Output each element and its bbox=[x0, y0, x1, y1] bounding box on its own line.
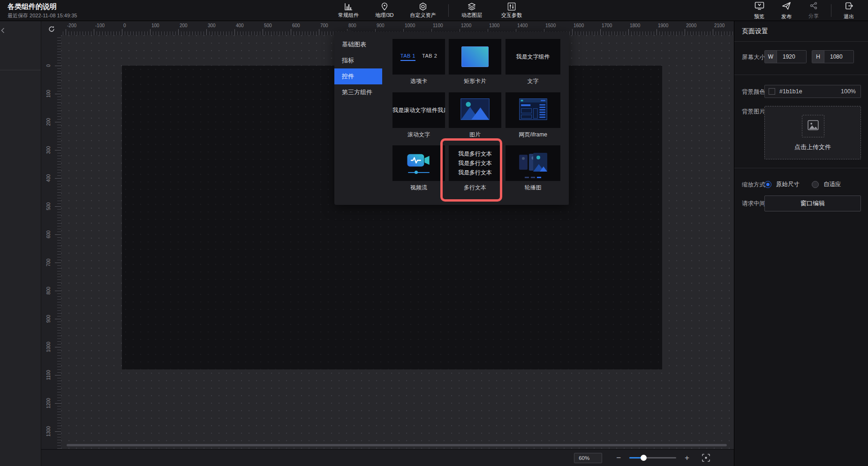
tool-label: 动态图层 bbox=[461, 12, 482, 19]
h-ruler-label: 1500 bbox=[545, 23, 556, 28]
category-third-party[interactable]: 第三方组件 bbox=[334, 84, 382, 100]
component-tile-tabs[interactable]: TAB 1 TAB 2 bbox=[392, 39, 445, 75]
v-ruler-label: 500 bbox=[46, 198, 52, 215]
radio-original-size[interactable] bbox=[764, 181, 771, 188]
tool-standard-components[interactable]: 常规组件 bbox=[329, 0, 368, 21]
category-indicators[interactable]: 指标 bbox=[334, 53, 382, 68]
height-field[interactable]: H 1080 bbox=[812, 50, 854, 63]
v-ruler-label: 1000 bbox=[46, 338, 52, 355]
v-ruler-label: 800 bbox=[46, 282, 52, 299]
rect-card-preview bbox=[461, 46, 489, 67]
bg-color-picker[interactable]: #1b1b1e 100% bbox=[764, 85, 861, 98]
v-ruler-major-ticks bbox=[55, 66, 61, 449]
h-ruler-label: 100 bbox=[151, 23, 159, 28]
zoom-slider-knob[interactable] bbox=[641, 455, 647, 461]
bg-image-label: 背景图片 bbox=[742, 108, 765, 116]
h-ruler-label: 1800 bbox=[630, 23, 640, 28]
preview-icon bbox=[755, 1, 764, 12]
action-exit[interactable]: 退出 bbox=[835, 0, 862, 21]
tile-label-scroll-text: 滚动文字 bbox=[392, 131, 445, 139]
zoom-out-button[interactable]: − bbox=[614, 454, 623, 462]
width-field[interactable]: W 1920 bbox=[764, 50, 807, 63]
height-prefix: H bbox=[812, 51, 824, 63]
radio-original-size-label[interactable]: 原始尺寸 bbox=[776, 180, 800, 188]
tool-label: 常规组件 bbox=[338, 12, 359, 19]
panel-collapse-icon[interactable] bbox=[1, 27, 5, 35]
fit-to-screen-button[interactable] bbox=[702, 453, 710, 462]
settings-title: 页面设置 bbox=[742, 27, 768, 36]
zoom-in-button[interactable]: + bbox=[683, 454, 691, 462]
h-ruler-label: 700 bbox=[320, 23, 328, 28]
component-tile-carousel[interactable] bbox=[506, 145, 560, 181]
hexagon-icon bbox=[419, 2, 427, 11]
project-title: 各类组件的说明 bbox=[8, 2, 57, 11]
tool-interaction-params[interactable]: 交互参数 bbox=[491, 0, 532, 21]
bg-color-opacity[interactable]: 100% bbox=[841, 88, 856, 95]
component-tile-iframe[interactable] bbox=[506, 92, 560, 128]
layers-icon bbox=[468, 2, 476, 11]
h-ruler-label: 800 bbox=[348, 23, 356, 28]
zoom-level-input[interactable]: 60% bbox=[574, 453, 602, 463]
canvas-h-scrollbar[interactable] bbox=[67, 444, 727, 446]
carousel-icon bbox=[519, 153, 547, 173]
bg-image-upload[interactable]: 点击上传文件 bbox=[764, 106, 861, 159]
upload-image-frame bbox=[802, 115, 824, 137]
category-basic-charts[interactable]: 基础图表 bbox=[334, 37, 382, 53]
upload-text: 点击上传文件 bbox=[765, 143, 860, 151]
component-tile-text[interactable]: 我是文字组件 bbox=[506, 39, 560, 75]
window-edit-button[interactable]: 窗口编辑 bbox=[764, 195, 861, 211]
map-pin-icon bbox=[380, 2, 389, 11]
h-ruler-label: 400 bbox=[236, 23, 244, 28]
h-ruler-label: 300 bbox=[208, 23, 216, 28]
h-ruler-label: 1400 bbox=[517, 23, 528, 28]
tool-label: 地理/3D bbox=[375, 12, 393, 19]
tool-custom-assets[interactable]: 自定义资产 bbox=[401, 0, 445, 21]
tab2-preview: TAB 2 bbox=[422, 53, 437, 61]
tool-dynamic-layers[interactable]: 动态图层 bbox=[453, 0, 491, 21]
tile-label-image: 图片 bbox=[449, 131, 501, 139]
v-ruler-label: 0 bbox=[46, 57, 52, 74]
color-swatch[interactable] bbox=[769, 88, 775, 95]
divider bbox=[734, 75, 868, 75]
component-tile-rect-card[interactable] bbox=[449, 39, 501, 75]
h-ruler-label: -200 bbox=[67, 23, 76, 28]
h-ruler-label: 900 bbox=[377, 23, 385, 28]
tool-geo-3d[interactable]: 地理/3D bbox=[368, 0, 401, 21]
tabs-preview: TAB 1 TAB 2 bbox=[400, 53, 438, 61]
action-share[interactable]: 分享 bbox=[800, 0, 827, 21]
image-icon bbox=[460, 98, 490, 122]
v-ruler-label: 700 bbox=[46, 254, 52, 271]
radio-auto-fit[interactable] bbox=[812, 181, 819, 188]
width-prefix: W bbox=[765, 51, 777, 63]
component-tile-multiline-text[interactable]: 我是多行文本 我是多行文本 我是多行文本 bbox=[449, 145, 501, 181]
v-ruler-label: 400 bbox=[46, 170, 52, 187]
action-preview[interactable]: 预览 bbox=[746, 0, 773, 21]
v-ruler-label: 200 bbox=[46, 113, 52, 130]
height-value[interactable]: 1080 bbox=[824, 51, 853, 63]
h-ruler-label: 1600 bbox=[574, 23, 584, 28]
zoom-slider[interactable] bbox=[629, 455, 676, 461]
component-tile-video-stream[interactable] bbox=[392, 145, 445, 181]
radio-auto-fit-label[interactable]: 自适应 bbox=[823, 180, 841, 188]
v-ruler-label: 300 bbox=[46, 142, 52, 158]
category-controls[interactable]: 控件 bbox=[334, 68, 382, 84]
v-ruler-label: 600 bbox=[46, 226, 52, 243]
h-ruler-label: -100 bbox=[95, 23, 105, 28]
scroll-text-preview: 我是滚动文字组件我是 bbox=[392, 106, 445, 114]
text-preview: 我是文字组件 bbox=[516, 53, 550, 61]
webpage-icon bbox=[519, 98, 547, 122]
width-value[interactable]: 1920 bbox=[777, 51, 806, 63]
share-icon bbox=[809, 1, 818, 12]
header-actions: 预览 发布 分享 bbox=[746, 0, 862, 21]
action-publish[interactable]: 发布 bbox=[773, 0, 800, 21]
h-ruler-label: 500 bbox=[264, 23, 272, 28]
multiline-preview: 我是多行文本 我是多行文本 我是多行文本 bbox=[458, 149, 492, 177]
video-stream-icon bbox=[406, 152, 431, 174]
tile-label-video-stream: 视频流 bbox=[392, 184, 445, 192]
actions-divider bbox=[831, 4, 831, 17]
bg-color-value[interactable]: #1b1b1e bbox=[779, 88, 841, 95]
component-tile-scroll-text[interactable]: 我是滚动文字组件我是 bbox=[392, 92, 445, 128]
tile-label-text: 文字 bbox=[506, 77, 560, 85]
component-tile-image[interactable] bbox=[449, 92, 501, 128]
tab1-preview: TAB 1 bbox=[400, 53, 415, 61]
